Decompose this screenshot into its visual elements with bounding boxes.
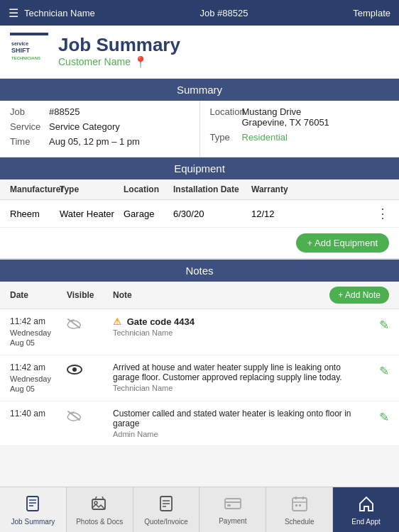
customer-name: Customer Name bbox=[58, 56, 131, 67]
svg-rect-17 bbox=[225, 499, 241, 509]
equipment-column-headers: Manufacturer Type Location Installation … bbox=[0, 179, 399, 200]
nav-photos-docs[interactable]: Photos & Docs bbox=[67, 487, 133, 532]
nav-job-summary[interactable]: Job Summary bbox=[0, 487, 67, 532]
edit-icon-2[interactable]: ✎ bbox=[379, 364, 389, 379]
location-value-block: Mustang Drive Grapevine, TX 76051 bbox=[242, 106, 329, 128]
customer-pin-icon: 📍 bbox=[133, 55, 148, 69]
equipment-row: Rheem Water Heater Garage 6/30/20 12/12 … bbox=[0, 200, 399, 228]
nav-quote-invoice-label: Quote/Invoice bbox=[144, 518, 188, 526]
note-3-edit[interactable]: ✎ bbox=[369, 409, 389, 425]
summary-service-row: Service Service Category bbox=[10, 121, 190, 132]
svg-rect-19 bbox=[227, 504, 231, 506]
equip-install-date: 6/30/20 bbox=[173, 209, 251, 219]
equip-warranty: 12/12 bbox=[251, 209, 375, 219]
svg-text:SHIFT: SHIFT bbox=[11, 47, 31, 54]
note-1-author: Technician Name bbox=[113, 328, 369, 337]
tech-name: Technician Name bbox=[24, 8, 95, 18]
eye-slash-icon bbox=[67, 318, 81, 333]
svg-point-6 bbox=[72, 367, 77, 372]
end-appt-icon bbox=[358, 495, 375, 516]
nav-payment[interactable]: Payment bbox=[200, 487, 266, 532]
top-nav: ☰ Technician Name Job #88525 Template bbox=[0, 0, 399, 26]
location-street: Mustang Drive bbox=[242, 106, 329, 117]
add-equipment-row: + Add Equipment bbox=[0, 228, 399, 260]
payment-icon bbox=[224, 496, 241, 516]
note-2-edit[interactable]: ✎ bbox=[369, 362, 389, 379]
job-summary-icon bbox=[24, 495, 41, 516]
schedule-icon bbox=[291, 495, 308, 516]
svg-rect-24 bbox=[295, 504, 297, 506]
note-2-author: Technician Name bbox=[113, 384, 369, 392]
summary-left-col: Job #88525 Service Service Category Time… bbox=[0, 101, 200, 157]
logo: service SHIFT TECHNICIANS bbox=[10, 33, 48, 71]
job-value: #88525 bbox=[49, 106, 80, 117]
notes-section-header: Notes bbox=[0, 260, 399, 282]
summary-job-row: Job #88525 bbox=[10, 106, 190, 117]
note-3-date: 11:40 am bbox=[10, 409, 67, 420]
note-2-visibility bbox=[67, 362, 113, 379]
note-3-author: Admin Name bbox=[113, 430, 369, 438]
edit-icon-1[interactable]: ✎ bbox=[379, 318, 389, 333]
menu-icon[interactable]: ☰ bbox=[9, 6, 18, 20]
time-value: Aug 05, 12 pm – 1 pm bbox=[49, 136, 140, 147]
warning-icon: ⚠ bbox=[113, 316, 121, 327]
svg-rect-25 bbox=[299, 504, 301, 506]
col-header-note: Note bbox=[113, 290, 329, 300]
svg-rect-4 bbox=[10, 33, 48, 35]
location-label: Location bbox=[210, 106, 242, 128]
note-2-date: 11:42 am Wednesday Aug 05 bbox=[10, 362, 67, 394]
service-value: Service Category bbox=[49, 121, 120, 132]
job-label: Job bbox=[10, 106, 49, 117]
nav-schedule[interactable]: Schedule bbox=[266, 487, 333, 532]
summary-time-row: Time Aug 05, 12 pm – 1 pm bbox=[10, 136, 190, 147]
equip-manufacturer: Rheem bbox=[10, 209, 60, 219]
equipment-section: Manufacturer Type Location Installation … bbox=[0, 179, 399, 260]
edit-icon-3[interactable]: ✎ bbox=[379, 410, 389, 425]
equipment-more-options-icon[interactable]: ⋮ bbox=[375, 206, 389, 221]
col-header-visible: Visible bbox=[67, 290, 113, 300]
nav-end-appt[interactable]: End Appt bbox=[333, 487, 399, 532]
note-1-edit[interactable]: ✎ bbox=[369, 316, 389, 333]
note-3-content: Customer called and stated water heater … bbox=[113, 409, 369, 438]
note-2-text: Arrived at house and water heater supply… bbox=[113, 362, 369, 382]
summary-right-col: Location Mustang Drive Grapevine, TX 760… bbox=[200, 101, 400, 157]
time-label: Time bbox=[10, 136, 49, 147]
add-equipment-button[interactable]: + Add Equipment bbox=[296, 233, 389, 253]
summary-location-row: Location Mustang Drive Grapevine, TX 760… bbox=[210, 106, 390, 128]
svg-text:TECHNICIANS: TECHNICIANS bbox=[11, 56, 40, 60]
type-value: Residential bbox=[242, 132, 288, 143]
header-title-block: Job Summary Customer Name 📍 bbox=[58, 35, 180, 69]
notes-column-headers: Date Visible Note + Add Note bbox=[0, 282, 399, 309]
nav-job-summary-label: Job Summary bbox=[11, 518, 55, 526]
col-header-type: Type bbox=[60, 184, 124, 194]
nav-payment-label: Payment bbox=[219, 517, 246, 525]
note-3-text: Customer called and stated water heater … bbox=[113, 409, 369, 428]
template-label: Template bbox=[353, 8, 390, 18]
notes-section: Date Visible Note + Add Note 11:42 am We… bbox=[0, 282, 399, 446]
nav-schedule-label: Schedule bbox=[285, 518, 315, 526]
col-header-date: Date bbox=[10, 290, 67, 300]
col-header-location: Location bbox=[124, 184, 173, 194]
nav-photos-docs-label: Photos & Docs bbox=[76, 518, 123, 526]
bottom-nav: Job Summary Photos & Docs Quote/Invoice bbox=[0, 487, 399, 532]
summary-table: Job #88525 Service Service Category Time… bbox=[0, 101, 399, 157]
summary-section-header: Summary bbox=[0, 79, 399, 101]
job-number: Job #88525 bbox=[200, 8, 248, 18]
col-header-warranty: Warranty bbox=[251, 184, 389, 194]
note-1-visibility bbox=[67, 316, 113, 333]
equip-location: Garage bbox=[124, 209, 173, 219]
note-3-visibility bbox=[67, 409, 113, 425]
note-row-2: 11:42 am Wednesday Aug 05 Arrived at hou… bbox=[0, 355, 399, 401]
add-note-button[interactable]: + Add Note bbox=[329, 287, 389, 304]
note-1-text: Gate code 4434 bbox=[127, 316, 195, 327]
service-label: Service bbox=[10, 121, 49, 132]
location-city: Grapevine, TX 76051 bbox=[242, 117, 329, 128]
equip-type: Water Heater bbox=[60, 209, 124, 219]
col-header-install-date: Installation Date bbox=[173, 184, 251, 194]
nav-quote-invoice[interactable]: Quote/Invoice bbox=[133, 487, 200, 532]
equipment-section-header: Equipment bbox=[0, 157, 399, 179]
eye-slash-icon-3 bbox=[67, 410, 81, 425]
page-title: Job Summary bbox=[58, 35, 180, 55]
type-label: Type bbox=[210, 132, 242, 143]
note-1-date: 11:42 am Wednesday Aug 05 bbox=[10, 316, 67, 348]
